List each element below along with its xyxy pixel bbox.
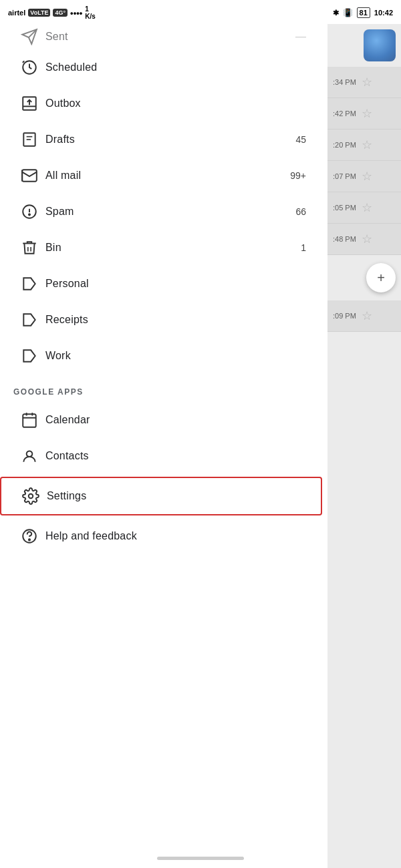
menu-item-all-mail[interactable]: All mail 99+ <box>0 158 319 194</box>
personal-svg <box>21 275 38 292</box>
star-icon-7: ☆ <box>362 308 372 323</box>
home-indicator <box>157 857 244 860</box>
receipts-label-icon <box>13 311 45 329</box>
menu-item-drafts[interactable]: Drafts 45 <box>0 122 319 158</box>
help-svg <box>21 527 38 545</box>
email-row-4: :07 PM ☆ <box>327 161 401 192</box>
help-icon <box>13 527 45 545</box>
bin-icon <box>13 239 45 256</box>
email-row-3: :20 PM ☆ <box>327 130 401 161</box>
contacts-label: Contacts <box>45 450 306 462</box>
svg-rect-14 <box>23 414 36 427</box>
all-mail-badge: 99+ <box>290 170 306 181</box>
spam-badge: 66 <box>295 206 306 217</box>
drafts-badge: 45 <box>295 134 306 145</box>
menu-item-settings[interactable]: Settings <box>1 478 321 514</box>
sent-icon <box>13 28 45 45</box>
star-icon-5: ☆ <box>362 200 372 215</box>
drafts-icon <box>13 131 45 148</box>
receipts-label: Receipts <box>45 314 306 326</box>
data-speed: 1K/s <box>85 5 96 20</box>
sent-label: Sent <box>45 31 295 43</box>
receipts-svg <box>21 311 38 329</box>
spam-icon <box>13 203 45 220</box>
spam-svg <box>21 203 38 220</box>
personal-label-icon <box>13 275 45 292</box>
menu-item-sent[interactable]: Sent — <box>0 24 319 49</box>
compose-plus-icon: + <box>377 270 385 286</box>
right-panel: :34 PM ☆ :42 PM ☆ :20 PM ☆ :07 PM ☆ :05 … <box>327 24 401 868</box>
email-time-2: :42 PM <box>333 110 356 118</box>
help-label: Help and feedback <box>45 530 306 542</box>
email-row-7: :09 PM ☆ <box>327 300 401 332</box>
compose-fab[interactable]: + <box>366 263 396 292</box>
sent-svg <box>21 28 38 45</box>
email-row-1: :34 PM ☆ <box>327 67 401 98</box>
calendar-icon <box>13 411 45 429</box>
star-icon-4: ☆ <box>362 169 372 184</box>
4g-badge: 4G° <box>53 9 68 17</box>
menu-item-bin[interactable]: Bin 1 <box>0 230 319 266</box>
status-bar: airtel VoLTE 4G° •••• 1K/s ✱ 📳 81 10:42 <box>0 0 401 24</box>
drafts-label: Drafts <box>45 134 290 146</box>
scheduled-label: Scheduled <box>45 61 306 73</box>
menu-item-personal[interactable]: Personal <box>0 266 319 302</box>
svg-point-11 <box>29 214 30 215</box>
bluetooth-icon: ✱ <box>333 9 339 17</box>
avatar <box>364 29 396 61</box>
avatar-container <box>327 24 401 67</box>
navigation-drawer[interactable]: Sent — Scheduled <box>0 24 327 868</box>
email-time-4: :07 PM <box>333 172 356 180</box>
svg-point-18 <box>27 451 33 457</box>
carrier-label: airtel <box>8 9 25 17</box>
menu-item-calendar[interactable]: Calendar <box>0 402 319 438</box>
personal-label: Personal <box>45 278 306 290</box>
contacts-svg <box>21 447 38 465</box>
all-mail-icon <box>13 167 45 184</box>
menu-item-outbox[interactable]: Outbox <box>0 85 319 122</box>
settings-highlighted-box: Settings <box>0 477 322 515</box>
time-label: 10:42 <box>374 9 393 17</box>
settings-icon <box>15 487 47 505</box>
bin-svg <box>21 239 38 256</box>
sent-dash: — <box>295 31 306 43</box>
outbox-label: Outbox <box>45 97 306 110</box>
settings-label: Settings <box>47 490 307 502</box>
star-icon-3: ☆ <box>362 138 372 152</box>
calendar-svg <box>21 411 38 429</box>
menu-item-contacts[interactable]: Contacts <box>0 438 319 474</box>
scheduled-icon <box>13 59 45 76</box>
bin-label: Bin <box>45 242 295 254</box>
outbox-icon <box>13 95 45 112</box>
email-time-5: :05 PM <box>333 204 356 212</box>
menu-item-help[interactable]: Help and feedback <box>0 518 319 554</box>
svg-point-19 <box>29 494 33 499</box>
menu-item-work[interactable]: Work <box>0 338 319 374</box>
email-time-7: :09 PM <box>333 312 356 320</box>
drafts-svg <box>21 131 38 148</box>
settings-svg <box>22 487 39 505</box>
scheduled-svg <box>21 59 38 76</box>
status-right: ✱ 📳 81 10:42 <box>333 7 393 18</box>
svg-point-21 <box>29 539 30 540</box>
bin-badge: 1 <box>301 242 306 253</box>
all-mail-label: All mail <box>45 170 285 182</box>
menu-item-receipts[interactable]: Receipts <box>0 302 319 338</box>
contacts-icon <box>13 447 45 465</box>
calendar-label: Calendar <box>45 414 306 426</box>
menu-item-spam[interactable]: Spam 66 <box>0 194 319 230</box>
email-time-6: :48 PM <box>333 235 356 243</box>
star-icon-1: ☆ <box>362 75 372 89</box>
outbox-svg <box>21 95 38 112</box>
all-mail-svg <box>21 167 38 184</box>
email-row-5: :05 PM ☆ <box>327 192 401 224</box>
status-left: airtel VoLTE 4G° •••• 1K/s <box>8 5 96 20</box>
email-row-6: :48 PM ☆ <box>327 224 401 255</box>
email-time-1: :34 PM <box>333 78 356 86</box>
spam-label: Spam <box>45 206 290 218</box>
menu-item-scheduled[interactable]: Scheduled <box>0 49 319 85</box>
avatar-image <box>364 29 396 61</box>
work-label-icon <box>13 347 45 365</box>
email-row-2: :42 PM ☆ <box>327 98 401 130</box>
battery-indicator: 81 <box>357 7 370 18</box>
